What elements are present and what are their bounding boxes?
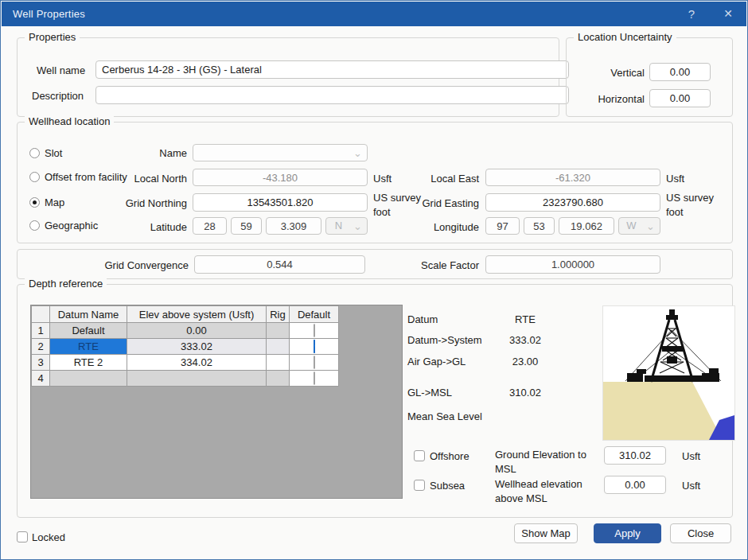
subsea-checkbox[interactable] xyxy=(414,480,425,491)
chevron-down-icon: ⌄ xyxy=(646,219,655,235)
gl-msl-value: 310.02 xyxy=(477,387,573,399)
datum-info-value: RTE xyxy=(477,313,573,325)
radio-geographic-icon xyxy=(29,220,40,231)
subsea-label: Subsea xyxy=(430,480,465,492)
offshore-checkbox[interactable] xyxy=(414,450,425,461)
locked-label: Locked xyxy=(32,531,65,543)
longitude-min-input xyxy=(524,217,555,235)
datum-system-value: 333.02 xyxy=(477,334,573,346)
datum-name-cell[interactable]: RTE 2 xyxy=(50,355,127,371)
vertical-uncertainty-input[interactable] xyxy=(649,63,711,81)
longitude-hemisphere-dropdown: W ⌄ xyxy=(618,217,660,235)
mean-sea-level-label: Mean Sea Level xyxy=(407,410,482,422)
radio-map-icon xyxy=(29,197,40,208)
elev-cell[interactable] xyxy=(127,371,267,387)
horizontal-uncertainty-input[interactable] xyxy=(649,89,711,107)
help-icon[interactable]: ? xyxy=(678,2,705,26)
default-checkbox[interactable] xyxy=(314,371,315,385)
grid-easting-input[interactable] xyxy=(485,193,660,212)
show-map-button[interactable]: Show Map xyxy=(514,523,578,543)
row-number: 4 xyxy=(32,371,50,387)
header-datum-name: Datum Name xyxy=(50,306,127,323)
airgap-gl-label: Air Gap->GL xyxy=(407,356,466,368)
well-name-label: Well name xyxy=(37,64,85,76)
title-bar: Well Properties ? ✕ xyxy=(2,2,746,26)
airgap-gl-value: 23.00 xyxy=(477,356,573,368)
wellhead-elevation-input[interactable] xyxy=(604,476,666,494)
latitude-deg-input xyxy=(193,217,227,235)
description-input[interactable] xyxy=(95,86,569,104)
rig-cell[interactable] xyxy=(267,339,290,355)
row-number: 2 xyxy=(32,339,50,355)
grid-northing-input[interactable] xyxy=(193,193,368,212)
locked-checkbox[interactable] xyxy=(17,531,28,542)
well-properties-dialog: Well Properties ? ✕ Properties Well name… xyxy=(0,0,748,560)
description-label: Description xyxy=(32,90,84,102)
longitude-deg-input xyxy=(485,217,520,235)
default-checkbox[interactable] xyxy=(314,356,315,369)
radio-slot-label: Slot xyxy=(45,147,62,159)
default-checkbox[interactable] xyxy=(314,324,315,337)
latitude-min-input xyxy=(231,217,262,235)
chevron-down-icon: ⌄ xyxy=(353,146,362,161)
grid-easting-unit: US survey foot xyxy=(666,191,715,219)
elev-cell[interactable]: 334.02 xyxy=(127,355,267,371)
table-row[interactable]: 2 RTE 333.02 xyxy=(32,339,339,355)
grid-convergence-label: Grid Convergence xyxy=(65,259,189,271)
rig-illustration xyxy=(602,305,735,441)
header-elev: Elev above system (Usft) xyxy=(127,306,267,323)
wellhead-elevation-label: Wellhead elevation above MSL xyxy=(495,477,602,505)
datum-table[interactable]: Datum Name Elev above system (Usft) Rig … xyxy=(31,305,339,387)
name-dropdown[interactable]: ⌄ xyxy=(193,144,368,161)
close-icon[interactable]: ✕ xyxy=(715,2,742,26)
close-button[interactable]: Close xyxy=(670,523,731,543)
datum-info-label: Datum xyxy=(407,313,438,325)
well-name-input[interactable] xyxy=(95,60,569,79)
location-uncertainty-legend: Location Uncertainty xyxy=(574,31,676,43)
header-rig: Rig xyxy=(267,306,290,323)
radio-geographic-label: Geographic xyxy=(45,220,98,231)
horizontal-label: Horizontal xyxy=(582,93,645,105)
longitude-hemisphere-value: W xyxy=(619,218,644,234)
ground-elevation-label: Ground Elevation to MSL xyxy=(495,448,602,476)
default-cell[interactable] xyxy=(290,339,339,355)
radio-map[interactable]: Map xyxy=(29,196,64,208)
elev-cell[interactable]: 0.00 xyxy=(127,323,267,339)
radio-offset-icon xyxy=(29,172,40,182)
rig-cell[interactable] xyxy=(267,323,290,339)
radio-map-label: Map xyxy=(45,196,64,208)
local-north-unit: Usft xyxy=(373,173,392,185)
latitude-sec-input xyxy=(266,217,321,235)
rig-cell[interactable] xyxy=(267,371,290,387)
header-default: Default xyxy=(290,306,339,323)
table-row[interactable]: 4 xyxy=(32,371,339,387)
default-cell[interactable] xyxy=(290,323,339,339)
datum-name-cell[interactable] xyxy=(50,371,127,387)
rig-cell[interactable] xyxy=(267,355,290,371)
datum-name-cell-selected[interactable]: RTE xyxy=(50,339,127,355)
default-cell[interactable] xyxy=(290,371,339,387)
depth-reference-legend: Depth reference xyxy=(25,278,107,290)
datum-system-label: Datum->System xyxy=(407,334,482,346)
local-east-input xyxy=(485,169,660,186)
elev-cell[interactable]: 333.02 xyxy=(127,339,267,355)
apply-button[interactable]: Apply xyxy=(594,523,661,543)
properties-legend: Properties xyxy=(25,31,80,43)
datum-name-cell[interactable]: Default xyxy=(50,323,127,339)
table-row[interactable]: 3 RTE 2 334.02 xyxy=(32,355,339,371)
grid-convergence-group: Grid Convergence Scale Factor xyxy=(17,249,733,279)
local-east-unit: Usft xyxy=(666,173,684,185)
name-label: Name xyxy=(97,147,187,159)
offshore-label: Offshore xyxy=(430,450,469,462)
default-checkbox-checked[interactable] xyxy=(314,340,315,353)
local-east-label: Local East xyxy=(399,173,479,185)
default-cell[interactable] xyxy=(290,355,339,371)
grid-convergence-input xyxy=(194,255,365,274)
radio-slot[interactable]: Slot xyxy=(29,147,62,159)
wellhead-location-legend: Wellhead location xyxy=(25,115,114,127)
ground-elevation-input[interactable] xyxy=(604,446,666,465)
wellhead-location-group: Wellhead location Slot Offset from facil… xyxy=(17,122,733,243)
radio-geographic[interactable]: Geographic xyxy=(29,220,98,231)
table-row[interactable]: 1 Default 0.00 xyxy=(32,323,339,339)
row-number: 3 xyxy=(32,355,50,371)
